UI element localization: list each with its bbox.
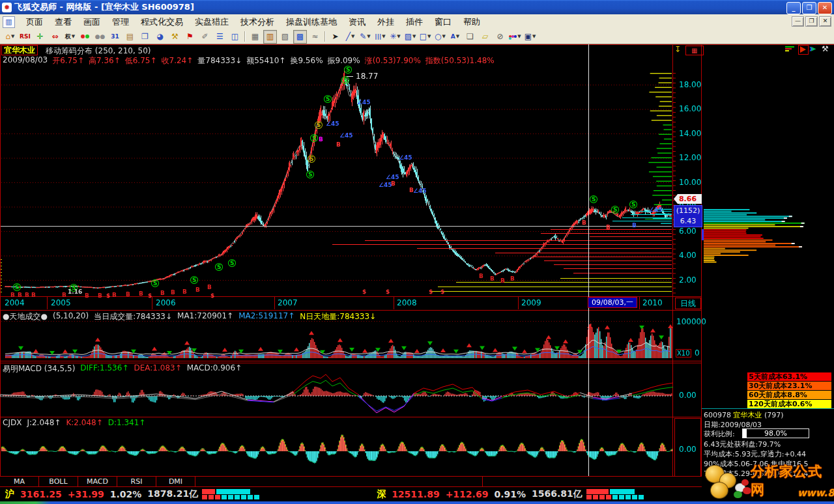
trade-mark-B: B [171, 290, 175, 296]
trade-mark-∠45: ∠45 [386, 175, 399, 180]
period-selector[interactable]: 日线 [675, 298, 701, 309]
cost-price-badge: (1152) 6.43 [674, 205, 702, 227]
tab-MACD[interactable]: MACD [78, 477, 117, 486]
tab-DMI[interactable]: DMI [156, 477, 195, 486]
menu-item-技术分析[interactable]: 技术分析 [235, 15, 280, 29]
close-button[interactable]: ✕ [818, 2, 832, 14]
books-icon[interactable]: ▤ [123, 30, 137, 44]
tab-BOLL[interactable]: BOLL [39, 477, 78, 486]
switch-arrows-icon[interactable]: ⇔ [48, 30, 62, 44]
rays-tool-icon[interactable]: ✳▼ [388, 30, 402, 44]
hatch-tool-icon[interactable]: ▨▼ [403, 30, 417, 44]
stock-name-box[interactable]: 宜华木业 [1, 45, 38, 55]
mdi-close-button[interactable]: ✕ [819, 16, 831, 27]
macd-pane-header: 易明MACD (34,5,5)DIFF:1.536↑DEA:1.083↑MACD… [3, 363, 242, 374]
arrow-run-icon[interactable]: ➤ [810, 45, 816, 53]
chart-type-wave-icon[interactable]: ≈ [308, 30, 322, 44]
trade-mark-B: B [195, 287, 200, 293]
trade-mark-B: B [10, 292, 15, 298]
chart-type-grid-icon[interactable]: ▦ [248, 30, 262, 44]
menu-item-实盘猎庄[interactable]: 实盘猎庄 [189, 15, 235, 29]
chart-page-icon[interactable]: ▥ [3, 16, 15, 28]
cursor-arrow-icon[interactable]: ➤ [328, 30, 342, 44]
calendar-31-icon[interactable]: 31 [108, 30, 122, 44]
year-tick-label: 2007 [278, 298, 298, 307]
mdi-minimize-button[interactable]: — [792, 16, 804, 27]
mouse-pen-icon[interactable]: ✐ [198, 30, 212, 44]
tab-RSI[interactable]: RSI [117, 477, 156, 486]
traffic-light-icon[interactable] [78, 30, 92, 44]
move-cross-icon[interactable]: ✛ [33, 30, 47, 44]
split-window-icon[interactable]: ◫ [228, 30, 242, 44]
readout-segment: 量784333↓ [197, 55, 242, 66]
no-draw-icon[interactable]: ⊘ [493, 30, 507, 44]
toolbar: ⌂▼RSI✛⇔权▼●●31▤❐◕⚒⚑✐☰◫▦▥▧▩≈➤╱▼✎▼|||▼✳▼▨▼□… [0, 29, 834, 44]
copy-icon[interactable]: ❏ [463, 30, 477, 44]
search-chart-icon[interactable]: ◕ [153, 30, 167, 44]
save-icon[interactable]: ▣▼ [523, 30, 537, 44]
menu-item-插件[interactable]: 插件 [400, 15, 429, 29]
readout-segment: DEA:1.083↑ [134, 363, 181, 374]
vlines-tool-icon[interactable]: |||▼ [373, 30, 387, 44]
trade-mark-$: $ [148, 293, 152, 299]
cjdx-axis-zero: 0.00 [679, 445, 697, 454]
trend-tool-icon[interactable]: ✎▼ [358, 30, 372, 44]
menu-item-画面[interactable]: 画面 [78, 15, 106, 29]
trade-mark-B: B [62, 292, 66, 298]
open-book-icon[interactable]: ❐ [138, 30, 152, 44]
menu-item-查看[interactable]: 查看 [49, 15, 78, 29]
menu-item-资讯[interactable]: 资讯 [343, 15, 371, 29]
chart-type-bar-icon[interactable]: ▥ [263, 30, 277, 44]
analysis-flag-icon[interactable] [798, 45, 809, 55]
line-tool-icon[interactable]: ╱▼ [343, 30, 357, 44]
ellipse-tool-icon[interactable]: ○▼ [433, 30, 447, 44]
readout-segment: 收7.24↑ [162, 55, 194, 66]
price-tick-label: 2.00 [679, 275, 697, 285]
menu-item-操盘训练基地[interactable]: 操盘训练基地 [280, 15, 343, 29]
trade-mark-B: B [126, 292, 130, 298]
title-bar: ✹ 飞狐交易师 - 网络版 - [宜华木业 SH600978] _ ❐ ✕ [0, 0, 834, 14]
open-page-icon[interactable]: ⌂▼ [3, 30, 17, 44]
taskbar-strip [0, 501, 51, 504]
text-tool-icon[interactable]: A▼ [448, 30, 462, 44]
volume-axis-multiplier: X10 [676, 349, 691, 357]
hammer-tools-icon[interactable]: ⚒ [822, 45, 829, 53]
tab-MA[interactable]: MA [0, 477, 39, 486]
chip-rank-icon[interactable] [785, 46, 796, 52]
grid-box-icon[interactable]: ▦ [685, 46, 704, 55]
rect-tool-icon[interactable]: □▼ [418, 30, 432, 44]
tools-hammer-icon[interactable]: ⚒ [168, 30, 182, 44]
menu-item-程式化交易[interactable]: 程式化交易 [135, 15, 189, 29]
trade-mark-B: B [160, 290, 165, 296]
scroll-down-icon[interactable]: ↧ [674, 46, 681, 54]
chart-type-compare-icon[interactable]: ▩ [293, 30, 307, 44]
trade-mark-∠45: ∠45 [413, 188, 427, 194]
readout-segment: J:2.048↑ [27, 418, 61, 427]
menu-item-外挂[interactable]: 外挂 [371, 15, 400, 29]
menu-item-帮助[interactable]: 帮助 [457, 15, 486, 29]
price-tick-label: 4.00 [679, 251, 697, 260]
rsi-indicator-icon[interactable]: RSI [18, 30, 32, 44]
menu-item-管理[interactable]: 管理 [106, 15, 135, 29]
mdi-restore-button[interactable]: ❐ [805, 16, 818, 27]
chart-type-area-icon[interactable]: ▧ [278, 30, 292, 44]
menu-item-窗口[interactable]: 窗口 [429, 15, 457, 29]
eraser-icon[interactable]: ▱ [478, 30, 492, 44]
rights-adjust-icon[interactable]: 权▼ [63, 30, 77, 44]
readout-segment: 额55410↑ [246, 55, 285, 66]
alarm-flag-icon[interactable]: ⚑ [183, 30, 197, 44]
profit-ratio-label: 获利比例: [704, 429, 735, 439]
window-title: 飞狐交易师 - 网络版 - [宜华木业 SH600978] [14, 1, 194, 13]
link-dots-icon[interactable]: ●● [93, 30, 107, 44]
profit-ratio-value: 98.0% [764, 429, 787, 438]
readout-segment: 振9.09% [328, 55, 360, 66]
restore-button[interactable]: ❐ [802, 2, 816, 14]
ohlc-readout: 2009/08/03开6.75↑高7.36↑低6.75↑收7.24↑量78433… [3, 55, 495, 66]
readout-segment: N日天地量:784333↓ [300, 311, 376, 322]
menu-item-页面[interactable]: 页面 [20, 15, 49, 29]
quote-list-icon[interactable]: ☰ [213, 30, 227, 44]
price-tick-label: 12.00 [679, 153, 701, 162]
palette-icon[interactable]: ▼ [508, 30, 522, 44]
readout-segment: 高7.36↑ [89, 55, 121, 66]
minimize-button[interactable]: _ [786, 2, 801, 14]
